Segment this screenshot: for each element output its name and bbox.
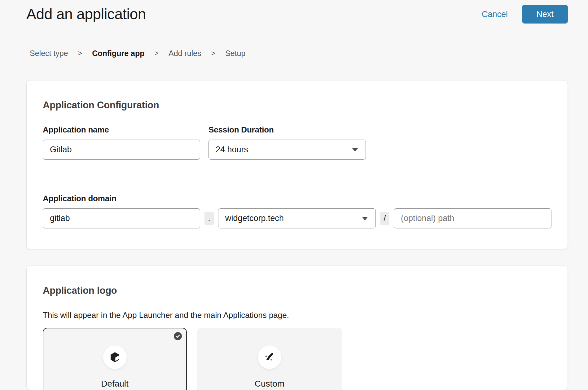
- domain-select-value: widgetcorp.tech: [225, 214, 284, 223]
- application-name-label: Application name: [43, 125, 200, 134]
- breadcrumb-configure-app[interactable]: Configure app: [92, 49, 144, 58]
- application-logo-description: This will appear in the App Launcher and…: [43, 310, 551, 320]
- breadcrumb-setup[interactable]: Setup: [225, 49, 245, 58]
- header-actions: Cancel Next: [482, 5, 568, 24]
- application-name-input[interactable]: [43, 140, 200, 160]
- application-configuration-heading: Application Configuration: [43, 100, 551, 111]
- add-application-page: Add an application Cancel Next Select ty…: [0, 0, 588, 390]
- domain-select[interactable]: widgetcorp.tech: [218, 208, 376, 228]
- cancel-button[interactable]: Cancel: [482, 5, 508, 24]
- breadcrumb-select-type[interactable]: Select type: [30, 49, 68, 58]
- subdomain-input[interactable]: [43, 208, 200, 228]
- chevron-down-icon: [352, 148, 358, 152]
- logo-option-default[interactable]: Default: [43, 328, 187, 390]
- breadcrumb-separator-icon: >: [155, 49, 159, 58]
- application-domain-row: . widgetcorp.tech /: [43, 208, 551, 228]
- cube-icon: [103, 345, 127, 369]
- name-session-row: Application name Session Duration 24 hou…: [43, 125, 551, 160]
- application-domain-label: Application domain: [43, 194, 551, 203]
- session-duration-label: Session Duration: [208, 125, 366, 134]
- application-logo-heading: Application logo: [43, 285, 551, 296]
- logo-option-tiles: Default Custom: [43, 328, 551, 390]
- application-configuration-card: Application Configuration Application na…: [26, 80, 568, 249]
- logo-option-custom[interactable]: Custom: [197, 328, 342, 390]
- session-duration-value: 24 hours: [216, 145, 248, 154]
- session-duration-field: Session Duration 24 hours: [208, 125, 366, 160]
- page-header: Add an application Cancel Next: [0, 0, 588, 24]
- next-button[interactable]: Next: [522, 5, 568, 24]
- application-name-field: Application name: [43, 125, 200, 160]
- chevron-down-icon: [362, 217, 368, 220]
- check-icon: [174, 332, 182, 340]
- slash-separator: /: [380, 212, 389, 225]
- path-input[interactable]: [394, 208, 551, 228]
- logo-option-label: Default: [101, 379, 129, 389]
- breadcrumb-separator-icon: >: [78, 49, 82, 58]
- page-title: Add an application: [26, 5, 146, 24]
- dot-separator: .: [204, 212, 214, 225]
- paintbrush-icon: [258, 345, 281, 369]
- breadcrumb-separator-icon: >: [211, 49, 215, 58]
- breadcrumb-add-rules[interactable]: Add rules: [169, 49, 201, 58]
- session-duration-select[interactable]: 24 hours: [208, 140, 366, 160]
- application-domain-field: Application domain . widgetcorp.tech /: [43, 194, 551, 228]
- application-logo-card: Application logo This will appear in the…: [26, 266, 568, 390]
- breadcrumb: Select type > Configure app > Add rules …: [30, 49, 588, 58]
- logo-option-label: Custom: [255, 379, 284, 389]
